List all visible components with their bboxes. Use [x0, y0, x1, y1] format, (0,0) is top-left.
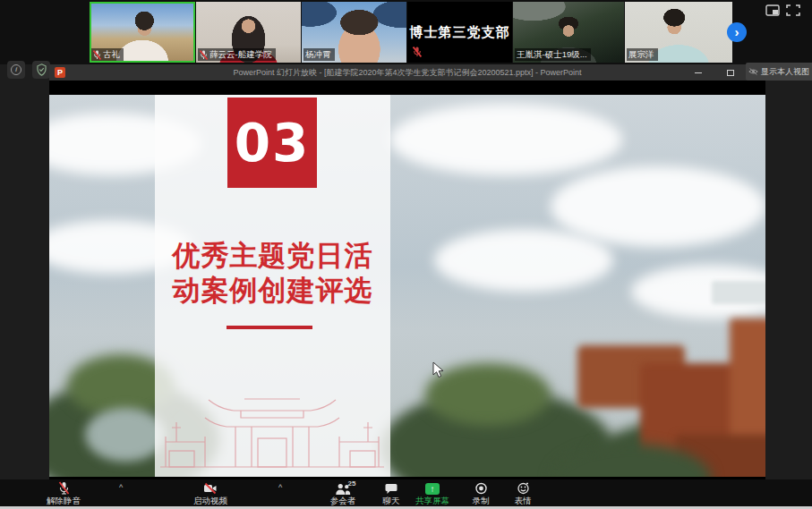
slide-title-underline [227, 326, 312, 329]
powerpoint-app-icon: P [55, 67, 65, 78]
distant-building [712, 281, 765, 304]
powerpoint-title-bar: P PowerPoint 幻灯片放映 - [船建学院2020年第4次学生党支部书… [49, 64, 765, 81]
share-screen-icon: ↑ [425, 483, 440, 495]
remote-cursor [432, 361, 444, 378]
video-options-chevron[interactable]: ^ [278, 484, 286, 491]
participant-name-tag: 薛云云-船建学院 [198, 48, 276, 61]
participant-name-tag: 杨冲霄 [303, 48, 335, 61]
video-strip: 古礼 薛云云-船建学院 杨冲霄 博士第三党支部 王胤淇-硕士19级... [0, 0, 812, 64]
participants-button[interactable]: 25 参会者 [330, 481, 356, 505]
participant-name: 杨冲霄 [305, 49, 331, 60]
gate-line-art [157, 386, 388, 474]
cloud [551, 166, 765, 247]
mic-muted-icon [57, 481, 71, 495]
record-icon [474, 482, 487, 495]
mic-muted-icon [413, 47, 422, 57]
reactions-icon [517, 482, 529, 495]
maximize-button [719, 64, 742, 81]
slide-title-line2: 动案例创建评选 [155, 273, 390, 308]
minimize-icon [695, 72, 702, 73]
meeting-info-button[interactable]: i [7, 61, 25, 79]
camera-muted-icon [203, 482, 218, 495]
video-tile-participant-6[interactable]: 展宗洋 [625, 2, 732, 63]
water [85, 408, 166, 462]
chat-label: 聊天 [383, 496, 400, 505]
meeting-toolbar: 解除静音 ^ 启动视频 ^ 25 参会者 聊天 ↑ [0, 479, 812, 506]
record-button[interactable]: 录制 [473, 481, 490, 505]
slide-title-line1: 优秀主题党日活 [155, 238, 390, 273]
slide-section-number-box: 03 [227, 98, 317, 188]
zoom-meeting-window: 古礼 薛云云-船建学院 杨冲霄 博士第三党支部 王胤淇-硕士19级... [0, 0, 812, 509]
participant-name-tag: 展宗洋 [627, 48, 658, 61]
video-tile-participant-1[interactable]: 古礼 [90, 2, 195, 63]
start-video-label: 启动视频 [193, 496, 227, 505]
video-tile-participant-5[interactable]: 王胤淇-硕士19级... [513, 2, 624, 63]
chevron-right-icon: › [735, 25, 739, 38]
shield-check-icon [36, 64, 47, 76]
eye-off-icon [748, 67, 758, 76]
speaker-view-icon[interactable] [765, 4, 780, 16]
participant-name-tag: 古礼 [91, 48, 124, 61]
window-title: PowerPoint 幻灯片放映 - [船建学院2020年第4次学生党支部书记例… [49, 64, 765, 81]
fullscreen-icon[interactable] [786, 4, 800, 16]
video-tile-participant-4-no-video[interactable]: 博士第三党支部 [407, 2, 512, 63]
participants-count-badge: 25 [348, 479, 356, 488]
reactions-label: 表情 [515, 496, 532, 505]
mic-muted-icon [93, 50, 101, 60]
cloud [389, 104, 622, 175]
maximize-icon [727, 70, 734, 76]
encryption-status-button[interactable] [32, 61, 50, 79]
trees [425, 363, 551, 426]
start-video-button[interactable]: 启动视频 [193, 481, 227, 505]
info-icon: i [11, 64, 21, 75]
participant-name: 展宗洋 [628, 49, 654, 60]
unmute-button[interactable]: 解除静音 [47, 481, 81, 505]
audio-options-chevron[interactable]: ^ [119, 484, 126, 491]
shared-screen-powerpoint-window: P PowerPoint 幻灯片放映 - [船建学院2020年第4次学生党支部书… [49, 64, 765, 479]
chat-button[interactable]: 聊天 [383, 481, 400, 505]
slide-content: 03 优秀主题党日活 动案例创建评选 [49, 95, 765, 477]
participant-display-name: 博士第三党支部 [410, 24, 510, 41]
participant-name-tag: 王胤淇-硕士19级... [515, 48, 591, 61]
participant-name: 古礼 [103, 49, 120, 60]
chat-icon [385, 483, 398, 495]
cloud [434, 229, 613, 292]
show-self-view-button[interactable]: 显示本人视图 [746, 63, 812, 81]
mic-muted-icon [200, 50, 208, 60]
video-tile-participant-2[interactable]: 薛云云-船建学院 [196, 2, 301, 63]
participant-name: 王胤淇-硕士19级... [517, 49, 587, 60]
participants-label: 参会者 [330, 496, 356, 505]
next-participants-button[interactable]: › [727, 22, 747, 42]
share-screen-label: 共享屏幕 [415, 496, 449, 505]
participant-name: 薛云云-船建学院 [209, 49, 272, 60]
video-tile-participant-3[interactable]: 杨冲霄 [302, 2, 406, 63]
record-label: 录制 [473, 496, 490, 505]
share-screen-button[interactable]: ↑ 共享屏幕 [415, 481, 449, 505]
slide-title: 优秀主题党日活 动案例创建评选 [155, 238, 390, 308]
slide-section-number: 03 [235, 113, 311, 174]
unmute-label: 解除静音 [47, 496, 81, 505]
reactions-button[interactable]: 表情 [515, 481, 532, 505]
self-view-label: 显示本人视图 [761, 66, 809, 78]
minimize-button [687, 64, 710, 81]
